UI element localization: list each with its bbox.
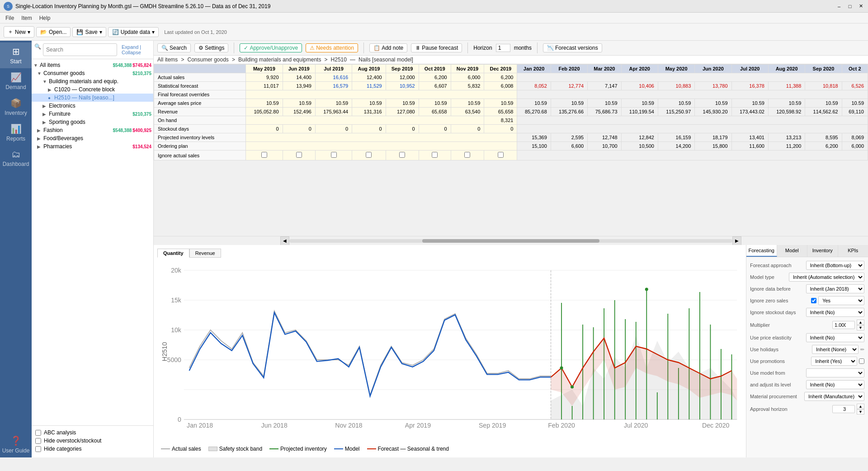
x-label-apr2019: Apr 2019	[405, 422, 431, 429]
maximize-button[interactable]: □	[846, 3, 854, 10]
select-material-procurement[interactable]: Inherit (Manufacture)	[804, 392, 864, 401]
search-input[interactable]	[43, 43, 117, 56]
cell: 12,000	[386, 73, 419, 82]
sidebar: ⊞ Start 📈 Demand 📦 Inventory 📊 Reports 🗂…	[0, 41, 32, 457]
sidebar-item-help[interactable]: ❓ User Guide	[0, 432, 32, 457]
sidebar-item-reports[interactable]: 📊 Reports	[0, 120, 32, 146]
approve-button[interactable]: ✓ Approve/Unapprove	[240, 43, 302, 52]
right-tab-model[interactable]: Model	[777, 245, 808, 257]
forecast-versions-button[interactable]: 📉 Forecast versions	[543, 43, 602, 52]
ignore-cb-6[interactable]	[432, 152, 438, 158]
minimize-button[interactable]: –	[835, 3, 843, 10]
menu-item[interactable]: Item	[18, 14, 35, 22]
menu-file[interactable]: File	[2, 14, 18, 22]
select-ignore-data-before[interactable]: Inherit (Jan 2018)	[806, 284, 865, 293]
scroll-track[interactable]	[289, 239, 732, 243]
tree-node-sporting-goods[interactable]: ▶ Sporting goods	[32, 118, 153, 126]
cell	[386, 151, 419, 160]
tree-node-all-items[interactable]: ▼ All items $548,388 $745,824	[32, 61, 153, 69]
tree-node-consumer-goods[interactable]: ▼ Consumer goods $210,375	[32, 69, 153, 77]
tree-label-food-beverages: Food/Beverages	[43, 135, 151, 141]
scroll-right-arrow[interactable]: ▶	[732, 236, 741, 245]
search-icon: 🔍	[161, 45, 168, 51]
ignore-cb-3[interactable]	[331, 152, 337, 158]
cell: 175,963.44	[315, 108, 352, 116]
scroll-thumb[interactable]	[422, 239, 599, 243]
chart-tab-quantity[interactable]: Quantity	[157, 249, 189, 258]
cell: 105,052.80	[246, 108, 283, 116]
select-use-model-from[interactable]	[806, 368, 865, 377]
abc-analysis-checkbox[interactable]	[35, 430, 41, 436]
sidebar-item-demand[interactable]: 📈 Demand	[0, 68, 32, 94]
horizon-input[interactable]	[496, 44, 510, 52]
tree-node-c1020[interactable]: ▶ C1020 — Concrete block	[32, 85, 153, 94]
needs-attention-button[interactable]: ⚠ Needs attention	[306, 43, 358, 52]
right-tab-kpis[interactable]: KPIs	[838, 245, 868, 257]
new-button[interactable]: ＋ New ▾	[4, 26, 34, 38]
select-use-promotions[interactable]: Inherit (Yes)	[811, 357, 857, 366]
bc-h2510[interactable]: H2510	[331, 57, 347, 63]
chart-tab-revenue[interactable]: Revenue	[189, 249, 221, 258]
cb-use-promotions[interactable]	[859, 358, 864, 364]
menu-help[interactable]: Help	[36, 14, 54, 22]
ignore-cb-4[interactable]	[366, 152, 372, 158]
select-adjust-level[interactable]: Inherit (No)	[806, 380, 865, 389]
select-price-elasticity[interactable]: Inherit (No)	[806, 333, 865, 342]
expand-collapse[interactable]: Expand | Collapse	[119, 43, 151, 56]
multiplier-up[interactable]: ▲	[857, 320, 864, 325]
hide-categories-checkbox[interactable]	[35, 446, 41, 452]
settings-button[interactable]: ⚙ Settings	[194, 43, 228, 52]
select-use-holidays[interactable]: Inherit (None)	[812, 345, 859, 354]
sidebar-item-dashboard[interactable]: 🗂 Dashboard	[0, 146, 32, 171]
tree-node-pharmacies[interactable]: ▶ Pharmacies $134,524	[32, 142, 153, 151]
cell: 10.59	[451, 99, 484, 108]
bc-all-items[interactable]: All items	[157, 57, 178, 63]
horizon-up[interactable]: ▲	[857, 404, 864, 409]
input-approval-horizon[interactable]	[832, 405, 855, 413]
multiplier-down[interactable]: ▼	[857, 325, 864, 330]
right-tab-forecasting[interactable]: Forecasting	[746, 245, 777, 257]
add-note-button[interactable]: 📋 Add note	[369, 43, 407, 52]
select-ignore-stockout-days[interactable]: Inherit (No)	[806, 308, 865, 317]
save-button[interactable]: 💾 Save ▾	[72, 27, 106, 37]
tree-label-fashion: Fashion	[43, 127, 112, 133]
cb-ignore-zero-sales[interactable]	[811, 298, 816, 303]
bc-consumer-goods[interactable]: Consumer goods	[187, 57, 228, 63]
open-button[interactable]: 📂 Open...	[36, 27, 71, 37]
select-forecast-approach[interactable]: Inherit (Bottom-up)	[806, 261, 865, 270]
close-button[interactable]: ✕	[857, 3, 864, 10]
update-button[interactable]: 🔄 Update data ▾	[108, 27, 159, 37]
ignore-cb-2[interactable]	[296, 152, 302, 158]
new-dropdown-icon[interactable]: ▾	[28, 29, 30, 35]
ignore-cb-1[interactable]	[261, 152, 267, 158]
cell: 0	[283, 125, 315, 133]
input-multiplier[interactable]	[832, 321, 855, 329]
col-header-aug2019: Aug 2019	[352, 65, 386, 73]
horizontal-scrollbar[interactable]: ◀ ▶	[154, 236, 868, 245]
tree-node-furniture[interactable]: ▶ Furniture $210,375	[32, 110, 153, 118]
horizon-down[interactable]: ▼	[857, 409, 864, 414]
edit-holidays-icon[interactable]: ✏	[860, 347, 864, 353]
save-dropdown-icon[interactable]: ▾	[99, 29, 102, 35]
scroll-left-arrow[interactable]: ◀	[280, 236, 289, 245]
tree-node-food-beverages[interactable]: ▶ Food/Beverages	[32, 134, 153, 142]
select-ignore-zero-sales[interactable]: Yes No	[818, 296, 864, 305]
right-tab-inventory[interactable]: Inventory	[807, 245, 838, 257]
cell: 173,443.02	[731, 108, 768, 116]
ignore-cb-7[interactable]	[464, 152, 470, 158]
pause-forecast-button[interactable]: ⏸ Pause forecast	[411, 43, 462, 52]
tree-node-building-materials[interactable]: ▼ Building materials and equip.	[32, 77, 153, 85]
hide-overstock-checkbox[interactable]	[35, 438, 41, 444]
bc-building-materials[interactable]: Building materials and equipments	[238, 57, 321, 63]
row-proj-inv: Projected inventory levels 15,369 2,595 …	[154, 133, 868, 142]
tree-node-h2510[interactable]: ● H2510 — Nails [seaso...]	[32, 94, 153, 102]
ignore-cb-5[interactable]	[399, 152, 405, 158]
search-button[interactable]: 🔍 Search	[157, 43, 191, 52]
select-model-type[interactable]: Inherit (Automatic selection)	[789, 273, 864, 282]
tree-node-electronics[interactable]: ▶ Electronics	[32, 102, 153, 110]
tree-node-fashion[interactable]: ▶ Fashion $548,388 $400,925	[32, 126, 153, 134]
update-dropdown-icon[interactable]: ▾	[152, 29, 155, 35]
ignore-cb-8[interactable]	[498, 152, 504, 158]
sidebar-item-inventory[interactable]: 📦 Inventory	[0, 94, 32, 120]
sidebar-item-start[interactable]: ⊞ Start	[0, 42, 32, 68]
